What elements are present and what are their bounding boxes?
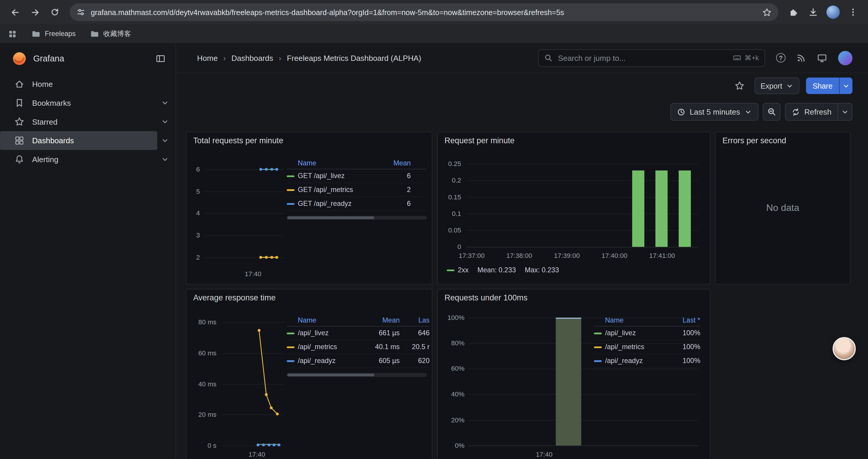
- y-tick: 0 s: [190, 441, 217, 449]
- series-color-swatch: [594, 332, 601, 334]
- folder-icon: [32, 29, 40, 38]
- star-icon: [14, 117, 25, 127]
- chevron-down-icon[interactable]: [161, 118, 169, 126]
- screen: grafana.mathmast.com/d/deytv4rwavabkb/fr…: [0, 0, 868, 459]
- top-nav: Home › Dashboards › Freeleaps Metrics Da…: [176, 43, 868, 73]
- series-color-swatch: [287, 332, 294, 334]
- x-tick: 17:40: [245, 270, 261, 277]
- y-tick: 80 ms: [190, 318, 217, 326]
- extensions-icon[interactable]: [784, 3, 803, 22]
- time-range-picker[interactable]: Last 5 minutes: [670, 103, 758, 121]
- bookmark-folder-blogs[interactable]: 收藏博客: [90, 29, 131, 38]
- legend-row[interactable]: /api/_livez661 µs646: [287, 326, 430, 340]
- browser-menu-icon[interactable]: [844, 3, 863, 22]
- search-icon: [544, 54, 553, 62]
- site-info-icon[interactable]: [76, 8, 85, 17]
- monitor-icon[interactable]: [817, 53, 827, 63]
- legend-scrollbar[interactable]: [287, 373, 427, 377]
- legend-header-mean[interactable]: Mean: [364, 316, 400, 324]
- legend-row[interactable]: /api/_livez100%: [594, 326, 700, 340]
- bookmark-star-icon[interactable]: [762, 7, 772, 17]
- reload-button[interactable]: [45, 3, 64, 22]
- share-menu-button[interactable]: [839, 77, 852, 94]
- legend-item-2xx[interactable]: 2xx: [447, 266, 469, 274]
- legend-header-last[interactable]: Last *: [669, 316, 700, 324]
- y-tick: 5: [190, 188, 200, 195]
- search-input[interactable]: [557, 53, 728, 63]
- export-button[interactable]: Export: [754, 77, 800, 94]
- y-tick: 40 ms: [190, 380, 217, 388]
- chevron-down-icon[interactable]: [161, 137, 169, 144]
- bar: [655, 170, 668, 247]
- y-tick: 0: [441, 243, 461, 251]
- x-tick: 17:37:00: [459, 252, 485, 260]
- legend-scrollbar[interactable]: [287, 216, 427, 220]
- chevron-down-icon[interactable]: [161, 99, 169, 107]
- y-tick: 60 ms: [190, 349, 217, 357]
- series-color-swatch: [287, 175, 294, 177]
- legend-row[interactable]: GET /api/_metrics2: [287, 183, 427, 197]
- legend-header-name[interactable]: Name: [287, 159, 383, 167]
- y-tick: 3: [190, 231, 200, 239]
- user-avatar[interactable]: [838, 51, 852, 65]
- help-icon[interactable]: ?: [776, 53, 785, 63]
- sidebar-item-label: Home: [32, 80, 53, 89]
- sidebar-item-bookmarks[interactable]: Bookmarks: [0, 94, 176, 112]
- sidebar-collapse-icon[interactable]: [156, 54, 166, 64]
- series-color-swatch: [287, 189, 294, 191]
- line-chart-plot[interactable]: [222, 317, 284, 453]
- line-chart-plot[interactable]: [204, 163, 284, 262]
- share-button[interactable]: Share: [806, 77, 839, 94]
- zoom-out-button[interactable]: [763, 103, 780, 121]
- y-tick: 2: [190, 254, 200, 261]
- legend-header-mean[interactable]: Mean: [383, 159, 411, 167]
- sidebar-item-label: Dashboards: [32, 136, 74, 145]
- legend-row[interactable]: GET /api/_readyz6: [287, 197, 427, 211]
- y-tick: 0.05: [441, 226, 461, 234]
- sidebar-item-starred[interactable]: Starred: [0, 112, 176, 131]
- url-text[interactable]: grafana.mathmast.com/d/deytv4rwavabkb/fr…: [91, 8, 756, 16]
- breadcrumb-home[interactable]: Home: [197, 54, 218, 62]
- legend-row[interactable]: /api/_readyz605 µs620: [287, 354, 430, 368]
- forward-button[interactable]: [25, 3, 44, 22]
- legend-row[interactable]: /api/_metrics100%: [594, 340, 700, 354]
- refresh-interval-button[interactable]: [838, 103, 852, 120]
- x-tick: 17:41:00: [649, 252, 675, 260]
- clock-icon: [677, 107, 685, 116]
- legend-row[interactable]: GET /api/_livez6: [287, 169, 427, 183]
- panel-errors-per-second: Errors per second No data: [715, 132, 850, 285]
- legend-row[interactable]: /api/_readyz100%: [594, 354, 700, 368]
- back-button[interactable]: [6, 3, 25, 22]
- sidebar-item-dashboards[interactable]: Dashboards: [0, 131, 176, 150]
- refresh-button[interactable]: Refresh: [785, 103, 838, 120]
- sidebar-item-home[interactable]: Home: [0, 75, 176, 94]
- breadcrumb-dashboards[interactable]: Dashboards: [231, 54, 273, 62]
- series-color-swatch: [594, 360, 601, 362]
- legend-header-name[interactable]: Name: [594, 316, 669, 324]
- chevron-down-icon[interactable]: [161, 156, 169, 163]
- panel-average-response-time: Average response time 80 ms 60 ms 40 ms …: [186, 289, 433, 459]
- refresh-icon: [792, 107, 800, 116]
- legend-header-name[interactable]: Name: [287, 316, 364, 324]
- x-tick: 17:39:00: [554, 252, 580, 260]
- bookmark-folder-freeleaps[interactable]: Freeleaps: [32, 29, 75, 38]
- profile-avatar[interactable]: [824, 3, 843, 22]
- legend-header-last[interactable]: Las: [400, 316, 430, 324]
- search-box[interactable]: ⌘+k: [538, 49, 765, 67]
- legend-row[interactable]: /api/_metrics40.1 ms20.5 r: [287, 340, 430, 354]
- sidebar-item-alerting[interactable]: Alerting: [0, 150, 176, 169]
- news-rss-icon[interactable]: [797, 53, 806, 63]
- legend: 2xx Mean: 0.233 Max: 0.233: [447, 266, 559, 274]
- favorite-star-icon[interactable]: [731, 77, 748, 94]
- y-tick: 60%: [441, 365, 464, 372]
- y-tick: 0.1: [441, 210, 461, 218]
- bar-chart-plot[interactable]: [467, 160, 698, 249]
- bell-icon: [14, 155, 25, 165]
- downloads-icon[interactable]: [804, 3, 823, 22]
- bar: [556, 318, 581, 446]
- floating-avatar[interactable]: [833, 337, 856, 360]
- panel-title: Requests under 100ms: [445, 293, 528, 302]
- apps-grid-icon[interactable]: [8, 29, 17, 38]
- url-bar[interactable]: grafana.mathmast.com/d/deytv4rwavabkb/fr…: [70, 3, 778, 21]
- x-tick: 17:38:00: [506, 252, 532, 260]
